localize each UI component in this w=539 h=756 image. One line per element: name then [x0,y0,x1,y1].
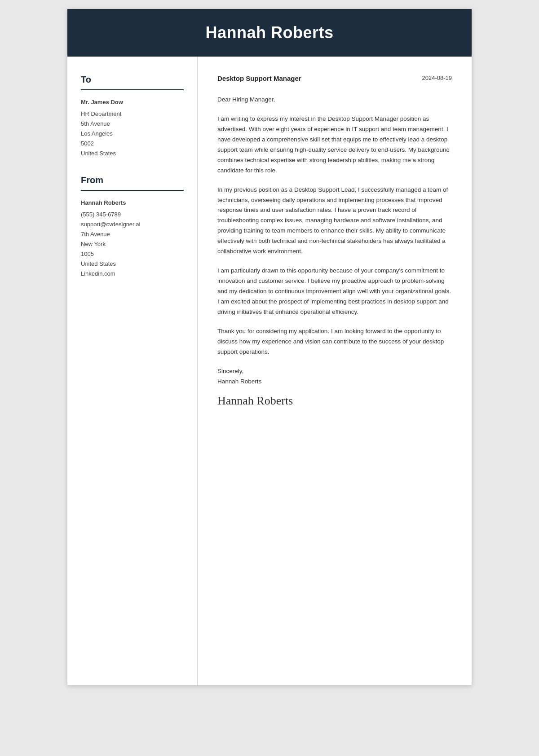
from-divider [81,190,184,191]
sender-name: Hannah Roberts [81,198,184,208]
recipient-street: 5th Avenue [81,119,184,129]
sender-email: support@cvdesigner.ai [81,220,184,229]
closing-line1: Sincerely, [217,366,452,377]
recipient-name: Mr. James Dow [81,97,184,107]
job-title: Desktop Support Manager [217,75,301,82]
to-divider [81,89,184,90]
sender-linkedin: Linkedin.com [81,269,184,279]
sender-street: 7th Avenue [81,229,184,239]
letter-body: Dear Hiring Manager, I am writing to exp… [217,95,452,357]
sender-city: New York [81,239,184,249]
paragraph-4: Thank you for considering my application… [217,326,452,357]
recipient-info: Mr. James Dow HR Department 5th Avenue L… [81,97,184,159]
cover-letter-page: Hannah Roberts To Mr. James Dow HR Depar… [67,9,472,685]
body: To Mr. James Dow HR Department 5th Avenu… [67,57,472,685]
paragraph-1: I am writing to express my interest in t… [217,114,452,176]
paragraph-3: I am particularly drawn to this opportun… [217,266,452,317]
recipient-department: HR Department [81,109,184,119]
letter-date: 2024-08-19 [422,75,452,81]
to-label: To [81,75,184,85]
salutation: Dear Hiring Manager, [217,95,452,105]
paragraph-2: In my previous position as a Desktop Sup… [217,185,452,257]
main-content: Desktop Support Manager 2024-08-19 Dear … [198,57,472,685]
sender-info: Hannah Roberts (555) 345-6789 support@cv… [81,198,184,279]
closing-line2: Hannah Roberts [217,377,452,387]
from-label: From [81,175,184,185]
recipient-city: Los Angeles [81,129,184,139]
from-section: From Hannah Roberts (555) 345-6789 suppo… [81,175,184,279]
sender-zip: 1005 [81,249,184,259]
sender-country: United States [81,259,184,269]
sidebar: To Mr. James Dow HR Department 5th Avenu… [67,57,198,685]
closing: Sincerely, Hannah Roberts Hannah Roberts [217,366,452,408]
header: Hannah Roberts [67,9,472,57]
sender-phone: (555) 345-6789 [81,210,184,220]
recipient-zip: 5002 [81,139,184,149]
recipient-country: United States [81,149,184,158]
letter-header: Desktop Support Manager 2024-08-19 [217,75,452,82]
to-section: To Mr. James Dow HR Department 5th Avenu… [81,75,184,159]
header-name: Hannah Roberts [85,23,454,42]
signature: Hannah Roberts [217,394,452,408]
